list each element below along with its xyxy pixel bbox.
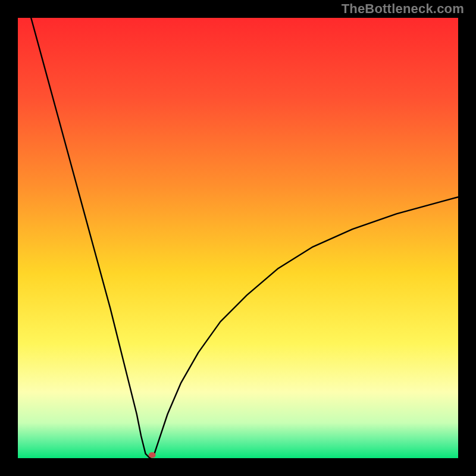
minimum-marker bbox=[149, 452, 156, 458]
gradient-background bbox=[18, 18, 458, 458]
watermark-text: TheBottleneck.com bbox=[342, 1, 464, 17]
plot-area bbox=[18, 18, 458, 458]
chart-svg bbox=[18, 18, 458, 458]
chart-frame: TheBottleneck.com bbox=[0, 0, 476, 476]
